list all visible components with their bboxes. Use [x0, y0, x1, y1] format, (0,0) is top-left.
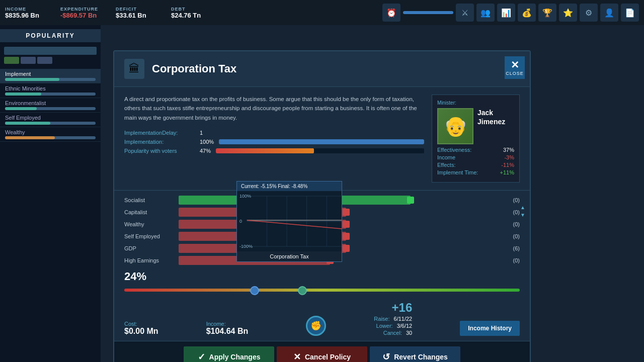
gear-icon[interactable]: ⚙	[580, 4, 598, 22]
tab-btn-1[interactable]	[4, 57, 19, 64]
expenditure-label: EXPENDITURE	[60, 7, 98, 12]
chart-svg	[237, 191, 342, 251]
effects-row: Effects: -11%	[437, 162, 514, 168]
document-icon[interactable]: 📄	[621, 4, 639, 22]
group-indicator	[343, 221, 350, 228]
check-icon: ✓	[198, 351, 205, 362]
money-icon[interactable]: 💰	[518, 4, 536, 22]
right-info-panel: ✊	[306, 316, 326, 336]
lower-row: Lower: 3/6/12	[376, 323, 413, 329]
impl-value: 100%	[200, 139, 214, 145]
deficit-stat: DEFICIT $33.61 Bn	[116, 7, 161, 19]
group-value: (0)	[505, 209, 520, 215]
clock-icon[interactable]: ⏰	[382, 4, 400, 22]
cancel-label: Cancel:	[383, 330, 402, 336]
cost-value: $0.00 Mn	[124, 327, 158, 336]
people-icon[interactable]: 👥	[476, 4, 495, 22]
sidebar-item-label: Self Employed	[5, 115, 41, 121]
rate-thumb-blue[interactable]	[250, 286, 259, 295]
tab-btn-3[interactable]	[37, 57, 52, 64]
group-name: Capitalist	[124, 209, 175, 215]
sidebar-item-wealthy[interactable]: Wealthy	[0, 127, 101, 142]
sword-icon[interactable]: ⚔	[456, 4, 474, 22]
pop-value: 47%	[200, 148, 211, 154]
sidebar-bar-row	[5, 93, 96, 96]
star-icon[interactable]: ⭐	[559, 4, 577, 22]
debt-value: $24.76 Tn	[171, 12, 201, 19]
left-sidebar: POPULARITY Implement Ethnic Minorities E…	[0, 25, 101, 362]
rate-slider-bg	[124, 289, 520, 292]
effectiveness-value: 37%	[503, 147, 514, 153]
income-stat: INCOME $835.96 Bn	[5, 7, 50, 19]
cancel-policy-button[interactable]: ✕ Cancel Policy	[277, 346, 367, 362]
sidebar-bar-row	[5, 136, 96, 139]
policy-circle-icon: ✊	[306, 316, 326, 336]
impl-label: Implementation:	[124, 139, 195, 145]
sidebar-item-implement[interactable]: Implement	[0, 69, 101, 83]
impl-row: Implementation: 100%	[124, 139, 424, 145]
lower-value: 3/6/12	[397, 323, 413, 329]
sidebar-bar	[5, 136, 96, 139]
sidebar-item-label: Implement	[5, 71, 31, 77]
lower-label: Lower:	[376, 323, 393, 329]
income-label: INCOME	[5, 7, 26, 12]
minister-label: Minister:	[437, 100, 514, 106]
tab-btn-2[interactable]	[21, 57, 36, 64]
policy-icon: 🏛	[124, 59, 144, 79]
apply-changes-button[interactable]: ✓ Apply Changes	[184, 346, 274, 362]
impl-time-value: +11%	[500, 169, 514, 175]
effects-value: -11%	[501, 162, 514, 168]
debt-stat: DEBT $24.76 Tn	[171, 7, 216, 19]
progress-bar	[403, 11, 453, 14]
apply-label: Apply Changes	[209, 353, 261, 361]
group-indicator	[343, 209, 350, 216]
group-indicator	[407, 197, 414, 204]
sidebar-item-label: Ethnic Minorities	[5, 85, 46, 92]
deficit-value: $33.61 Bn	[116, 12, 146, 19]
impl-time-row: Implement Time: +11%	[437, 169, 514, 175]
sidebar-item-ethnic[interactable]: Ethnic Minorities	[0, 83, 101, 98]
raise-label: Raise:	[374, 316, 389, 322]
income-history-button[interactable]: Income History	[460, 321, 520, 336]
sidebar-bar-row	[5, 107, 96, 110]
sidebar-item-selfemployed[interactable]: Self Employed	[0, 113, 101, 127]
person-icon[interactable]: 👤	[600, 4, 618, 22]
close-button[interactable]: ✕ CLOSE	[505, 56, 525, 79]
pop-row: Popularity with voters 47%	[124, 148, 424, 154]
trophy-icon[interactable]: 🏆	[538, 4, 556, 22]
scroll-down-arrow[interactable]: ▼	[520, 212, 525, 218]
raise-value: 6/11/22	[394, 316, 413, 322]
group-value: (0)	[505, 257, 520, 263]
group-value: (0)	[505, 233, 520, 239]
income-value: $104.64 Bn	[206, 327, 249, 336]
chart-y-0: 0	[239, 219, 242, 224]
minister-stats: Effectiveness: 37% Income -3% Effects: -…	[437, 147, 514, 175]
policy-title: Corporation Tax	[152, 62, 236, 75]
cancel-row: Cancel: 30	[383, 330, 413, 336]
modal-header: 🏛 Corporation Tax ✕ CLOSE	[114, 51, 530, 87]
revert-changes-button[interactable]: ↺ Revert Changes	[370, 346, 460, 362]
expenditure-stat: EXPENDITURE -$869.57 Bn	[60, 7, 106, 19]
rate-slider-container[interactable]	[124, 287, 520, 293]
impl-time-label: Implement Time:	[437, 169, 478, 175]
close-label: CLOSE	[506, 71, 524, 76]
chart-y-100: 100%	[239, 194, 251, 199]
chart-icon[interactable]: 📊	[497, 4, 515, 22]
income-value: -3%	[504, 154, 514, 160]
sidebar-item-env[interactable]: Environmentalist	[0, 98, 101, 113]
rate-thumb-teal[interactable]	[298, 286, 307, 295]
chart-area: 100% 0 -100%	[237, 191, 342, 251]
impl-delay-row: ImplementationDelay: 1	[124, 130, 424, 136]
tooltip-chart: Current: -5.15% Final: -8.48% 100% 0 -10…	[236, 181, 342, 262]
group-indicator	[343, 245, 350, 252]
sidebar-item-label: Environmentalist	[5, 100, 46, 106]
impl-delay-value: 1	[200, 130, 203, 136]
minister-photo: 👴	[437, 108, 473, 144]
sidebar-bar	[5, 78, 96, 81]
close-x-icon: ✕	[511, 60, 519, 70]
svg-line-8	[247, 220, 342, 229]
scrollbar: ▲ ▼	[520, 205, 526, 218]
scroll-up-arrow[interactable]: ▲	[520, 205, 525, 210]
cancel-value: 30	[406, 330, 412, 336]
income-label: Income:	[206, 321, 249, 327]
